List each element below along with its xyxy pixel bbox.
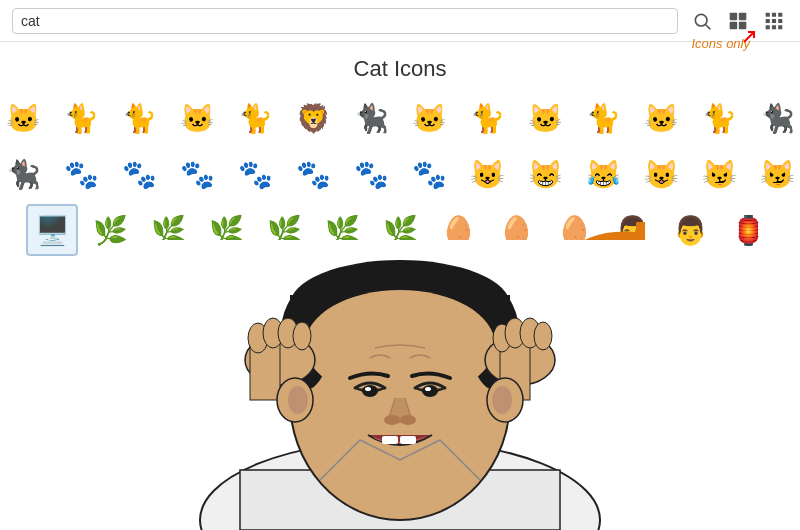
svg-rect-8 [778,12,782,16]
list-item[interactable]: 😸 [519,148,571,200]
list-item[interactable]: 😼 [751,148,800,200]
svg-rect-2 [730,12,738,20]
list-item[interactable]: 👨 [664,204,716,256]
list-item[interactable]: 🐈 [113,92,165,144]
red-arrow-icon [742,30,756,44]
svg-rect-13 [772,25,776,29]
svg-point-41 [425,387,431,391]
list-item[interactable]: 🏮 [722,204,774,256]
list-item[interactable]: 🐾 [287,148,339,200]
svg-point-31 [293,322,311,350]
list-item[interactable]: 😼 [693,148,745,200]
list-item[interactable]: 🦁 [287,92,339,144]
list-item[interactable]: 🐱 [519,92,571,144]
svg-point-0 [695,14,707,26]
list-item[interactable]: 🖥️ [26,204,78,256]
svg-rect-11 [778,18,782,22]
list-item[interactable]: 🐾 [403,148,455,200]
list-item[interactable]: 🐈 [55,92,107,144]
list-item[interactable]: 🐈 [229,92,281,144]
list-item[interactable]: 😺 [635,148,687,200]
search-input[interactable] [12,8,678,34]
list-item[interactable]: 😺 [461,148,513,200]
svg-point-47 [288,386,308,414]
meme-image [140,240,660,530]
list-item[interactable]: 🐈 [577,92,629,144]
list-item[interactable]: 🐈 [461,92,513,144]
svg-point-43 [400,415,416,425]
list-item[interactable]: 🐾 [55,148,107,200]
svg-point-37 [534,322,552,350]
list-item[interactable]: 🐈‍⬛ [345,92,397,144]
svg-point-49 [492,386,512,414]
svg-rect-45 [400,436,416,444]
list-item[interactable]: 🐈‍⬛ [751,92,800,144]
grid-small-button[interactable] [760,7,788,35]
icon-row-1: 🐱 🐈 🐈 🐱 🐈 🦁 🐈‍⬛ 🐱 🐈 🐱 🐈 🐱 🐈 🐈‍⬛ [0,92,800,144]
svg-rect-5 [739,21,747,29]
list-item[interactable]: 🐈 [693,92,745,144]
svg-rect-44 [382,436,398,444]
svg-point-39 [365,387,371,391]
svg-rect-4 [730,21,738,29]
svg-rect-6 [766,12,770,16]
svg-rect-10 [772,18,776,22]
svg-rect-9 [766,18,770,22]
svg-line-1 [706,24,711,29]
top-bar-icons [688,7,788,35]
svg-rect-3 [739,12,747,20]
svg-point-38 [362,385,378,397]
page-title: Cat Icons [0,56,800,82]
svg-point-40 [422,385,438,397]
list-item[interactable]: 🐾 [345,148,397,200]
top-bar [0,0,800,42]
svg-rect-7 [772,12,776,16]
list-item[interactable]: 🌿 [84,204,136,256]
icon-grid: 🐱 🐈 🐈 🐱 🐈 🦁 🐈‍⬛ 🐱 🐈 🐱 🐈 🐱 🐈 🐈‍⬛ 🐈‍⬛ 🐾 🐾 … [0,92,800,260]
svg-point-42 [384,415,400,425]
list-item[interactable]: 😹 [577,148,629,200]
list-item[interactable]: 🐱 [403,92,455,144]
list-item[interactable]: 🐈‍⬛ [0,148,49,200]
svg-rect-12 [766,25,770,29]
icon-row-2: 🐈‍⬛ 🐾 🐾 🐾 🐾 🐾 🐾 🐾 😺 😸 😹 😺 😼 😼 [0,148,800,200]
list-item[interactable]: 🐾 [113,148,165,200]
list-item[interactable]: 🐱 [171,92,223,144]
list-item[interactable]: 🐱 [635,92,687,144]
list-item[interactable]: 🐾 [171,148,223,200]
search-button[interactable] [688,7,716,35]
svg-rect-14 [778,25,782,29]
list-item[interactable]: 🐱 [0,92,49,144]
list-item[interactable]: 🐾 [229,148,281,200]
